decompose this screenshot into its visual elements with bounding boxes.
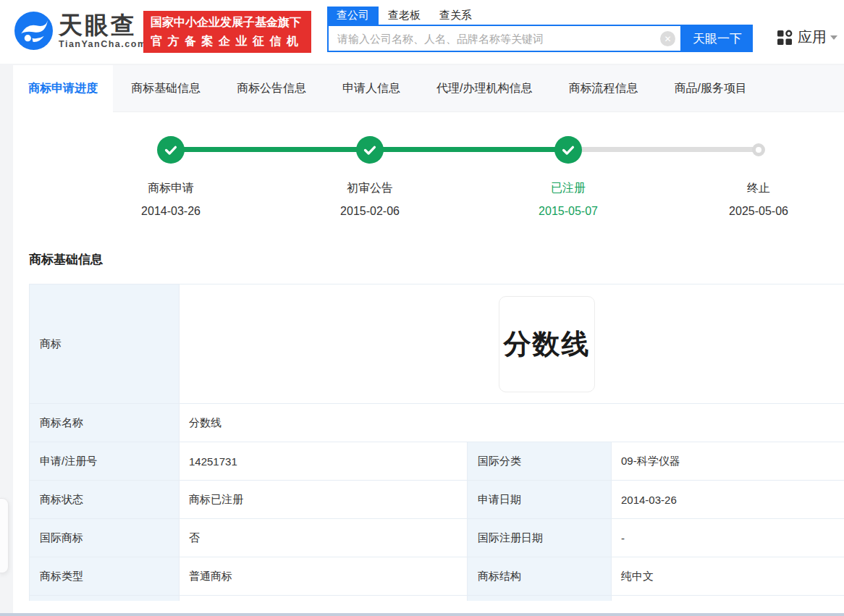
row-label: 商标状态 bbox=[30, 481, 180, 518]
step3-check-circle bbox=[554, 136, 582, 164]
chevron-down-icon bbox=[830, 35, 837, 40]
search-tab-boss[interactable]: 查老板 bbox=[379, 7, 430, 25]
section-title: 商标基础信息 bbox=[29, 251, 844, 268]
row-value: 09-科学仪器 bbox=[612, 442, 844, 480]
search-area: 查公司 查老板 查关系 ✕ 天眼一下 bbox=[327, 7, 753, 52]
brand-domain: TianYanCha.com bbox=[59, 39, 147, 49]
table-row bbox=[30, 596, 844, 601]
timeline-step-termination: 终止 2025-05-06 bbox=[679, 181, 838, 218]
row-value: 否 bbox=[180, 519, 468, 557]
tab-applicant-info[interactable]: 申请人信息 bbox=[324, 65, 418, 111]
brand-name: 天眼查 bbox=[59, 13, 147, 38]
row-value: 2014-03-26 bbox=[612, 481, 844, 518]
step4-pending-ring bbox=[752, 143, 765, 156]
step-date: 2014-03-26 bbox=[91, 205, 250, 218]
apps-menu[interactable]: 应用 bbox=[777, 28, 837, 47]
timeline-step-registered: 已注册 2015-05-07 bbox=[489, 181, 648, 218]
search-tabs: 查公司 查老板 查关系 bbox=[327, 7, 753, 25]
row-label: 商标名称 bbox=[30, 404, 180, 442]
horizontal-scrollbar[interactable] bbox=[0, 613, 844, 616]
site-header: 天眼查 TianYanCha.com 国家中小企业发展子基金旗下 官方备案企业征… bbox=[0, 0, 844, 64]
tab-agency-info[interactable]: 代理/办理机构信息 bbox=[418, 65, 550, 111]
main-area: 商标申请进度 商标基础信息 商标公告信息 申请人信息 代理/办理机构信息 商标流… bbox=[0, 64, 844, 616]
row-value: 14251731 bbox=[180, 442, 468, 480]
step-date: 2015-05-07 bbox=[489, 205, 648, 218]
side-floating-widget[interactable] bbox=[0, 498, 9, 573]
step1-check-circle bbox=[157, 136, 185, 164]
table-row: 商标 分数线 bbox=[30, 284, 844, 404]
row-value: 普通商标 bbox=[180, 557, 468, 595]
timeline-step-application: 商标申请 2014-03-26 bbox=[91, 181, 250, 218]
application-progress-timeline: 商标申请 2014-03-26 初审公告 2015-02-06 已注册 2015… bbox=[13, 112, 844, 240]
row-label: 国际分类 bbox=[468, 442, 612, 480]
apps-label: 应用 bbox=[798, 28, 827, 47]
row-value: 纯中文 bbox=[612, 557, 844, 595]
timeline-step-preliminary: 初审公告 2015-02-06 bbox=[290, 181, 450, 218]
check-icon bbox=[163, 142, 179, 158]
search-input[interactable] bbox=[327, 25, 682, 52]
timeline-line-pending bbox=[568, 147, 759, 152]
tab-goods-services[interactable]: 商品/服务项目 bbox=[656, 65, 764, 111]
official-badge: 国家中小企业发展子基金旗下 官方备案企业征信机构 bbox=[143, 11, 311, 53]
row-label: 商标类型 bbox=[30, 557, 180, 595]
step-date: 2015-02-06 bbox=[290, 205, 450, 218]
row-label: 国际商标 bbox=[30, 519, 180, 557]
row-label: 国际注册日期 bbox=[468, 519, 612, 557]
step-name: 终止 bbox=[679, 181, 838, 196]
step2-check-circle bbox=[356, 136, 384, 164]
clear-search-icon[interactable]: ✕ bbox=[660, 31, 675, 46]
tab-basic-info[interactable]: 商标基础信息 bbox=[113, 65, 219, 111]
row-label: 商标结构 bbox=[468, 557, 612, 595]
check-icon bbox=[560, 142, 576, 158]
tab-process-info[interactable]: 商标流程信息 bbox=[550, 65, 656, 111]
badge-line1: 国家中小企业发展子基金旗下 bbox=[151, 13, 304, 32]
step-name: 商标申请 bbox=[91, 181, 250, 196]
check-icon bbox=[362, 142, 378, 158]
table-row: 申请/注册号 14251731 国际分类 09-科学仪器 bbox=[30, 442, 844, 481]
table-row: 国际商标 否 国际注册日期 - bbox=[30, 519, 844, 557]
table-row: 商标状态 商标已注册 申请日期 2014-03-26 bbox=[30, 481, 844, 519]
trademark-detail-card: 商标申请进度 商标基础信息 商标公告信息 申请人信息 代理/办理机构信息 商标流… bbox=[13, 65, 844, 616]
search-tab-relation[interactable]: 查关系 bbox=[430, 7, 481, 25]
step-name: 初审公告 bbox=[290, 181, 450, 196]
row-label: 商标 bbox=[30, 284, 180, 403]
step-date: 2025-05-06 bbox=[679, 205, 838, 218]
step-name: 已注册 bbox=[489, 181, 648, 196]
tianyancha-logo[interactable]: 天眼查 TianYanCha.com bbox=[14, 12, 147, 50]
search-button[interactable]: 天眼一下 bbox=[682, 25, 753, 52]
row-value: 分数线 bbox=[180, 404, 844, 442]
apps-grid-icon bbox=[777, 30, 793, 46]
trademark-image[interactable]: 分数线 bbox=[499, 296, 595, 392]
row-value: 商标已注册 bbox=[180, 481, 468, 518]
row-value: - bbox=[612, 519, 844, 557]
trademark-basic-info-table: 商标 分数线 商标名称 分数线 申请/注册号 14251731 国际分类 09-… bbox=[29, 284, 844, 601]
search-tab-company[interactable]: 查公司 bbox=[327, 7, 379, 25]
detail-tab-bar: 商标申请进度 商标基础信息 商标公告信息 申请人信息 代理/办理机构信息 商标流… bbox=[13, 65, 844, 112]
tab-application-progress[interactable]: 商标申请进度 bbox=[13, 65, 113, 112]
tab-announcement-info[interactable]: 商标公告信息 bbox=[219, 65, 324, 111]
tianyancha-logo-icon bbox=[14, 12, 53, 50]
row-label: 申请/注册号 bbox=[30, 442, 180, 480]
row-label: 申请日期 bbox=[468, 481, 612, 518]
table-row: 商标名称 分数线 bbox=[30, 404, 844, 442]
table-row: 商标类型 普通商标 商标结构 纯中文 bbox=[30, 557, 844, 596]
